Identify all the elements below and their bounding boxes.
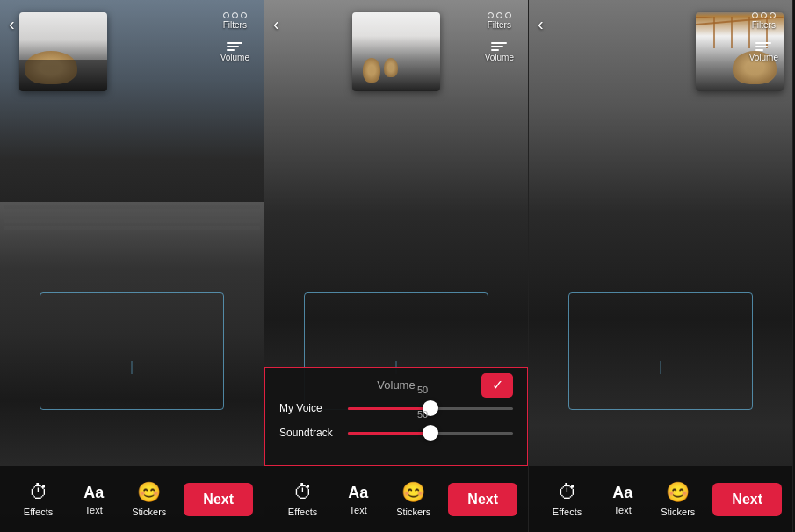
text-button-3[interactable]: Aa Text xyxy=(595,484,650,515)
volume-panel-title: Volume xyxy=(377,378,415,392)
volume-line xyxy=(227,46,239,47)
volume-line xyxy=(491,46,503,47)
filter-circle xyxy=(770,12,776,18)
panel-3: ‹ Filters Volume ⏱ Effects Aa Text xyxy=(529,0,793,532)
stickers-label-1: Stickers xyxy=(132,507,166,517)
filter-circle xyxy=(488,12,494,18)
text-label-1: Text xyxy=(85,505,103,515)
stickers-label-2: Stickers xyxy=(396,507,430,517)
touchpad-3 xyxy=(568,292,753,409)
effects-button-1[interactable]: ⏱ Effects xyxy=(11,481,66,517)
effects-button-2[interactable]: ⏱ Effects xyxy=(275,481,330,517)
filter-circle xyxy=(752,12,758,18)
next-button-1[interactable]: Next xyxy=(184,483,253,516)
filter-circle xyxy=(496,12,502,18)
bottom-bar-2: ⏱ Effects Aa Text 😊 Stickers Next xyxy=(264,466,528,532)
filters-button-1[interactable]: Filters xyxy=(223,12,247,30)
filter-circle xyxy=(505,12,511,18)
effects-button-3[interactable]: ⏱ Effects xyxy=(539,481,595,517)
text-button-1[interactable]: Aa Text xyxy=(66,484,121,515)
filters-label-2: Filters xyxy=(488,20,511,30)
soundtrack-slider[interactable]: 50 xyxy=(348,432,513,435)
stickers-button-3[interactable]: 😊 Stickers xyxy=(650,481,705,517)
filter-circle xyxy=(223,12,229,18)
stickers-label-3: Stickers xyxy=(661,507,695,517)
my-voice-value: 50 xyxy=(417,385,428,395)
stickers-button-2[interactable]: 😊 Stickers xyxy=(386,481,441,517)
effects-label-1: Effects xyxy=(24,507,53,517)
effects-icon-1: ⏱ xyxy=(29,481,48,504)
filters-label-3: Filters xyxy=(752,20,776,30)
effects-icon-2: ⏱ xyxy=(293,481,313,504)
volume-label-2: Volume xyxy=(485,53,514,62)
bottom-bar-3: ⏱ Effects Aa Text 😊 Stickers Next xyxy=(529,466,792,532)
volume-line xyxy=(755,49,763,51)
volume-panel-header: Volume ✓ xyxy=(279,378,513,392)
filter-circle xyxy=(241,12,247,18)
volume-button-1[interactable]: Volume xyxy=(215,39,255,66)
thumbnail-1 xyxy=(19,12,107,91)
text-icon-3: Aa xyxy=(612,484,632,502)
stickers-icon-3: 😊 xyxy=(666,481,690,504)
stickers-button-1[interactable]: 😊 Stickers xyxy=(121,481,177,517)
volume-line xyxy=(491,42,507,44)
back-button-3[interactable]: ‹ xyxy=(538,14,544,34)
my-voice-row: My Voice 50 xyxy=(279,402,513,414)
volume-lines-icon xyxy=(227,42,242,51)
volume-confirm-button[interactable]: ✓ xyxy=(481,373,513,398)
thumbnail-2 xyxy=(352,12,440,91)
effects-label-3: Effects xyxy=(553,507,582,517)
filters-button-2[interactable]: Filters xyxy=(488,12,511,30)
my-voice-slider[interactable]: 50 xyxy=(348,407,513,410)
text-icon-2: Aa xyxy=(348,484,368,502)
volume-panel: Volume ✓ My Voice 50 Soundtrack 50 xyxy=(264,367,528,466)
stickers-icon-2: 😊 xyxy=(401,481,425,504)
top-controls-2: Filters Volume xyxy=(480,12,519,66)
back-button-2[interactable]: ‹ xyxy=(273,14,279,34)
top-controls-3: Filters Volume xyxy=(744,12,784,66)
volume-line xyxy=(755,42,771,44)
stickers-icon-1: 😊 xyxy=(137,481,161,504)
touchpad-1 xyxy=(40,292,224,409)
filters-button-3[interactable]: Filters xyxy=(752,12,776,30)
soundtrack-label: Soundtrack xyxy=(279,427,341,439)
filter-circle xyxy=(232,12,238,18)
next-button-2[interactable]: Next xyxy=(448,483,517,516)
soundtrack-value: 50 xyxy=(417,409,428,420)
back-button-1[interactable]: ‹ xyxy=(9,14,15,34)
next-button-3[interactable]: Next xyxy=(712,483,782,516)
panel-1: ‹ Filters Volume ⏱ Effects Aa Text xyxy=(0,0,264,532)
volume-button-2[interactable]: Volume xyxy=(480,39,519,66)
soundtrack-fill xyxy=(348,432,430,435)
text-icon-1: Aa xyxy=(83,484,104,502)
soundtrack-row: Soundtrack 50 xyxy=(279,427,513,439)
panel-2: ‹ Filters Volume Volume ✓ My Voice xyxy=(264,0,529,532)
bottom-bar-1: ⏱ Effects Aa Text 😊 Stickers Next xyxy=(0,466,264,532)
effects-label-2: Effects xyxy=(288,507,317,517)
volume-line xyxy=(227,49,235,51)
text-label-2: Text xyxy=(350,505,367,515)
my-voice-label: My Voice xyxy=(279,402,341,414)
top-controls-1: Filters Volume xyxy=(215,12,255,66)
filters-label-1: Filters xyxy=(223,20,247,30)
filter-circle xyxy=(761,12,767,18)
volume-line xyxy=(227,42,242,44)
effects-icon-3: ⏱ xyxy=(558,481,577,504)
volume-label-3: Volume xyxy=(749,53,778,62)
soundtrack-thumb[interactable]: 50 xyxy=(423,425,438,441)
volume-line xyxy=(491,49,499,51)
volume-line xyxy=(755,46,768,47)
volume-button-3[interactable]: Volume xyxy=(744,39,784,66)
text-button-2[interactable]: Aa Text xyxy=(330,484,386,515)
volume-label-1: Volume xyxy=(220,53,249,62)
volume-lines-icon-2 xyxy=(491,42,507,51)
text-label-3: Text xyxy=(614,505,632,515)
volume-lines-icon-3 xyxy=(755,42,771,51)
